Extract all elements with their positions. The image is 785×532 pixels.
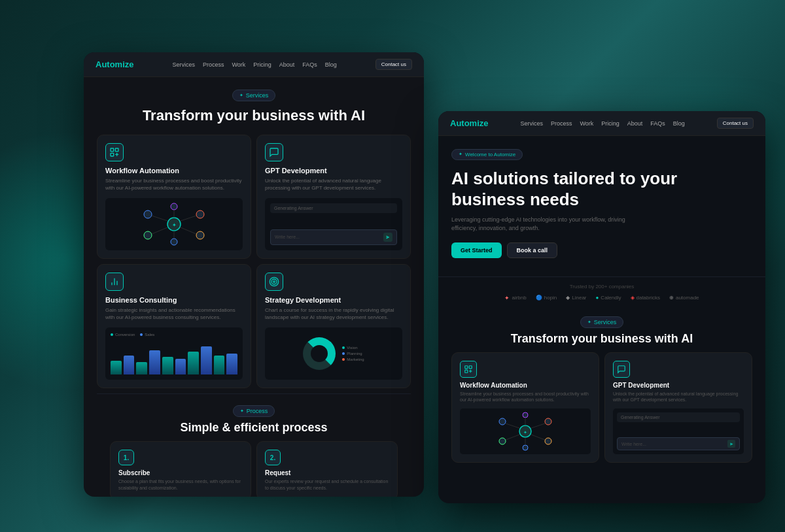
request-title: Request (265, 469, 389, 476)
hero-title: AI solutions tailored to your business n… (451, 168, 752, 210)
request-desc: Our experts review your request and sche… (265, 478, 389, 491)
subscribe-title: Subscribe (118, 469, 243, 476)
nav-about[interactable]: About (279, 61, 295, 68)
gpt-title: GPT Development (265, 167, 402, 175)
svg-rect-23 (465, 365, 468, 368)
legend-planning: Planning (342, 352, 364, 356)
logo-automade: ⊕ automade (669, 295, 699, 301)
front-gpt-send[interactable] (727, 440, 735, 448)
svg-text:✦: ✦ (523, 430, 527, 435)
svg-line-11 (152, 216, 167, 221)
svg-point-5 (144, 210, 152, 218)
svg-point-6 (196, 210, 204, 218)
service-card-workflow: Workflow Automation Streamline your busi… (97, 135, 251, 259)
navbar-front: Automize Services Process Work Pricing A… (438, 111, 765, 136)
nav-faqs[interactable]: FAQs (302, 61, 317, 68)
gpt-desc: Unlock the potential of advanced natural… (265, 177, 402, 191)
process-title: Simple & efficient process (110, 421, 398, 435)
svg-point-22 (273, 281, 275, 283)
front-nav-process[interactable]: Process (551, 120, 572, 127)
chart-visual-back: Conversion Sales (105, 327, 243, 380)
service-card-strategy: Strategy Development Chart a course for … (256, 264, 411, 388)
svg-point-28 (499, 418, 506, 425)
svg-point-7 (144, 231, 152, 239)
front-service-gpt: GPT Development Unlock the potential of … (604, 352, 752, 463)
front-services-header: Services Transform your business with AI (451, 314, 752, 346)
front-nav-work[interactable]: Work (580, 120, 593, 127)
svg-rect-25 (465, 370, 468, 373)
trusted-section: Trusted by 200+ companies ✦ airbnb 🔵 hop… (438, 276, 765, 308)
consulting-desc: Gain strategic insights and actionable r… (105, 307, 243, 321)
back-services-section: Services Transform your business with AI… (84, 77, 424, 497)
strategy-icon (265, 273, 283, 291)
svg-line-14 (181, 227, 196, 234)
chart-legend: Conversion Sales (111, 333, 237, 337)
svg-point-9 (171, 203, 177, 210)
process-header: Process Simple & efficient process (110, 403, 398, 435)
front-services-grid: Workflow Automation Streamline your busi… (451, 352, 752, 463)
svg-point-32 (523, 412, 528, 418)
workflow-icon (105, 143, 124, 161)
gpt-send-back[interactable] (383, 233, 392, 242)
svg-rect-2 (111, 153, 114, 156)
svg-point-30 (499, 438, 506, 444)
front-nav-blog[interactable]: Blog (673, 120, 685, 127)
logo-calendly: ● Calendly (596, 295, 621, 301)
legend-marketing: Marketing (342, 357, 364, 361)
logo-hopin: 🔵 hopin (536, 295, 557, 301)
front-gpt-desc: Unlock the potential of advanced natural… (613, 391, 744, 404)
logo-back: Automize (96, 59, 134, 69)
front-workflow-title: Workflow Automation (460, 382, 591, 389)
navbar-back: Automize Services Process Work Pricing A… (84, 52, 424, 77)
contact-btn-front[interactable]: Contact us (717, 118, 754, 129)
workflow-desc: Streamline your business processes and b… (105, 177, 243, 191)
front-services-section: Services Transform your business with AI… (438, 308, 765, 470)
front-nav-faqs[interactable]: FAQs (650, 120, 665, 127)
svg-rect-0 (111, 148, 114, 152)
card-back: Automize Services Process Work Pricing A… (84, 52, 424, 497)
trusted-label: Trusted by 200+ companies (451, 284, 752, 290)
svg-line-37 (531, 435, 545, 440)
gpt-input-back: Write here... (270, 229, 397, 245)
hero-subtitle: Leveraging cutting-edge AI technologies … (451, 216, 635, 233)
chart-bars (111, 339, 237, 374)
front-workflow-desc: Streamline your business processes and b… (460, 391, 591, 404)
service-card-consulting: Business Consulting Gain strategic insig… (97, 264, 251, 388)
logo-front: Automize (450, 118, 489, 128)
workflow-visual: ✦ (105, 198, 243, 250)
nav-blog[interactable]: Blog (325, 61, 337, 68)
front-nav-about[interactable]: About (627, 120, 643, 127)
svg-text:✦: ✦ (172, 222, 177, 228)
nav-services[interactable]: Services (172, 61, 195, 68)
svg-point-29 (545, 418, 551, 425)
front-workflow-visual: ✦ (460, 408, 591, 454)
front-nav-services[interactable]: Services (520, 120, 543, 127)
nav-work[interactable]: Work (232, 61, 245, 68)
process-step-1: 1. Subscribe Choose a plan that fits you… (110, 441, 251, 497)
legend-sales: Sales (140, 333, 154, 337)
legend-vision: Vision (342, 346, 364, 350)
gpt-icon (265, 143, 283, 161)
logo-airbnb: ✦ airbnb (504, 295, 526, 301)
front-nav-pricing[interactable]: Pricing (601, 120, 619, 127)
gpt-visual-back: Generating Answer Write here... (265, 198, 402, 250)
strategy-desc: Chart a course for success in the rapidl… (265, 307, 402, 321)
nav-links-front: Services Process Work Pricing About FAQs… (520, 120, 684, 127)
book-call-btn[interactable]: Book a call (507, 242, 558, 258)
service-card-gpt: GPT Development Unlock the potential of … (256, 135, 411, 259)
front-gpt-title: GPT Development (613, 382, 744, 389)
legend-conversion: Conversion (111, 333, 135, 337)
nav-process[interactable]: Process (203, 61, 224, 68)
logo-linear: ◆ Linear (566, 295, 586, 301)
front-gpt-icon (613, 361, 630, 378)
svg-point-8 (196, 231, 204, 239)
services-badge-back: Services (232, 90, 276, 101)
welcome-badge: ✦ Welcome to Automize (451, 149, 523, 160)
front-services-title: Transform your business with AI (451, 332, 752, 346)
get-started-btn[interactable]: Get Started (451, 242, 502, 258)
back-title: Transform your business with AI (97, 107, 411, 125)
nav-pricing[interactable]: Pricing (253, 61, 271, 68)
contact-btn-back[interactable]: Contact us (375, 59, 412, 70)
svg-point-33 (523, 445, 528, 450)
donut-chart (303, 337, 336, 370)
